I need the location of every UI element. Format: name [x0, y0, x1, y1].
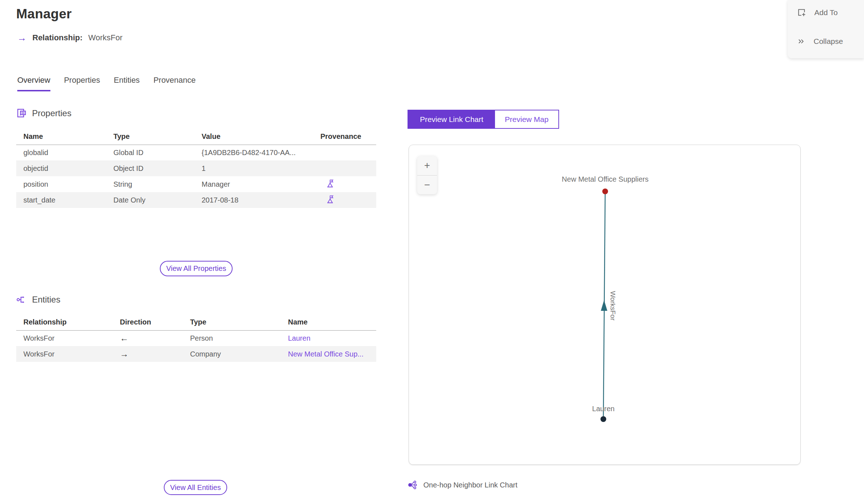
prop-type: Global ID	[106, 145, 194, 160]
chevrons-right-icon	[797, 37, 806, 46]
action-card: Add To Collapse	[788, 0, 864, 58]
prop-name: start_date	[16, 192, 106, 208]
entities-section-header: Entities	[16, 294, 60, 305]
col-type: Type	[183, 314, 281, 330]
prop-value: {1A9DB2B6-D482-4170-AA...	[194, 145, 313, 160]
one-hop-link-chart-icon	[408, 480, 418, 490]
tab-provenance[interactable]: Provenance	[153, 76, 195, 91]
prop-value: 2017-08-18	[194, 192, 313, 208]
entities-table: Relationship Direction Type Name WorksFo…	[16, 314, 376, 362]
preview-map-button[interactable]: Preview Map	[495, 110, 558, 128]
entities-link-icon	[16, 294, 27, 305]
entities-section-title: Entities	[32, 295, 60, 305]
table-row: start_date Date Only 2017-08-18	[16, 192, 376, 208]
table-row: objectid Object ID 1	[16, 160, 376, 176]
page-title: Manager	[16, 6, 72, 22]
table-row: position String Manager	[16, 176, 376, 192]
prop-provenance	[313, 192, 376, 208]
relationship-label: Relationship:	[32, 33, 82, 42]
one-hop-caption: One-hop Neighbor Link Chart	[408, 480, 517, 490]
direction-arrow: ←	[113, 330, 183, 346]
properties-section-title: Properties	[32, 108, 71, 118]
col-provenance: Provenance	[313, 129, 376, 145]
entity-type: Company	[183, 346, 281, 362]
add-to-label: Add To	[814, 8, 838, 17]
node-company[interactable]	[602, 189, 608, 194]
properties-icon	[16, 108, 27, 119]
prop-provenance	[313, 145, 376, 160]
one-hop-caption-label: One-hop Neighbor Link Chart	[423, 481, 517, 489]
collapse-button[interactable]: Collapse	[797, 37, 843, 46]
tab-bar: Overview Properties Entities Provenance	[17, 76, 196, 91]
entity-type: Person	[183, 330, 281, 346]
col-type: Type	[106, 129, 194, 145]
edge-arrowhead-icon	[601, 300, 607, 311]
node-label-company: New Metal Office Suppliers	[562, 175, 649, 183]
add-to-button[interactable]: Add To	[797, 8, 838, 17]
properties-table: Name Type Value Provenance globalid Glob…	[16, 129, 376, 208]
relationship-arrow-icon: →	[17, 33, 27, 42]
node-person[interactable]	[600, 416, 606, 422]
link-chart-panel[interactable]: + − WorksFor New Metal Office Suppliers …	[409, 145, 801, 465]
col-direction: Direction	[113, 314, 183, 330]
direction-arrow: →	[113, 346, 183, 362]
col-name: Name	[16, 129, 106, 145]
collapse-label: Collapse	[814, 37, 843, 46]
relationship-subtitle: → Relationship: WorksFor	[17, 33, 122, 42]
provenance-flag-icon[interactable]	[326, 195, 335, 204]
entity-relationship: WorksFor	[16, 330, 113, 346]
tab-overview[interactable]: Overview	[17, 76, 50, 91]
prop-type: Date Only	[106, 192, 194, 208]
view-all-entities-button[interactable]: View All Entities	[164, 480, 227, 495]
prop-provenance	[313, 160, 376, 176]
tab-properties[interactable]: Properties	[64, 76, 100, 91]
link-chart-canvas[interactable]: WorksFor New Metal Office Suppliers Laur…	[409, 145, 800, 464]
entity-name-link[interactable]: New Metal Office Sup...	[288, 350, 364, 358]
relationship-value: WorksFor	[88, 33, 122, 42]
table-row: WorksFor ← Person Lauren	[16, 330, 376, 346]
col-value: Value	[194, 129, 313, 145]
table-row: WorksFor → Company New Metal Office Sup.…	[16, 346, 376, 362]
col-relationship: Relationship	[16, 314, 113, 330]
entities-table-header: Relationship Direction Type Name	[16, 314, 376, 330]
provenance-flag-icon[interactable]	[326, 179, 335, 188]
prop-value: Manager	[194, 176, 313, 192]
node-label-person: Lauren	[592, 405, 615, 413]
prop-name: position	[16, 176, 106, 192]
col-name: Name	[281, 314, 376, 330]
prop-type: Object ID	[106, 160, 194, 176]
prop-name: globalid	[16, 145, 106, 160]
preview-link-chart-button[interactable]: Preview Link Chart	[408, 110, 495, 128]
properties-section-header: Properties	[16, 108, 71, 119]
edge-label: WorksFor	[609, 291, 617, 321]
preview-toggle: Preview Link Chart Preview Map	[408, 110, 559, 129]
table-row: globalid Global ID {1A9DB2B6-D482-4170-A…	[16, 145, 376, 160]
entity-relationship: WorksFor	[16, 346, 113, 362]
prop-provenance	[313, 176, 376, 192]
view-all-properties-button[interactable]: View All Properties	[160, 261, 233, 276]
tab-entities[interactable]: Entities	[114, 76, 140, 91]
prop-type: String	[106, 176, 194, 192]
add-to-icon	[797, 8, 806, 17]
prop-name: objectid	[16, 160, 106, 176]
entity-name-link[interactable]: Lauren	[288, 334, 310, 342]
properties-table-header: Name Type Value Provenance	[16, 129, 376, 145]
prop-value: 1	[194, 160, 313, 176]
